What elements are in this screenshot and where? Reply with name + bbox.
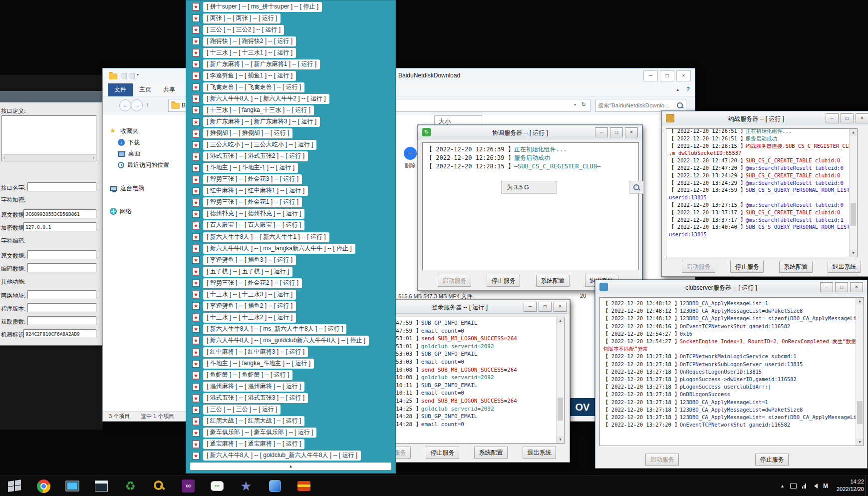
delete-icon[interactable]: ─ bbox=[404, 147, 417, 160]
recycle-icon[interactable] bbox=[116, 476, 145, 496]
server-list-item[interactable]: ★[ 豪车俱乐部 ] -- [ 豪车俱乐部 ] -- [ 运行 ] bbox=[192, 428, 316, 438]
stop-service-button[interactable]: 停止服务 bbox=[755, 454, 789, 466]
search-fragment[interactable] bbox=[629, 181, 644, 194]
quick-access-icon-2[interactable] bbox=[129, 73, 135, 78]
server-list-item[interactable]: ★[ 五子棋 ] -- [ 五子棋 ] -- [ 运行 ] bbox=[192, 267, 292, 276]
network-icon[interactable] bbox=[802, 484, 806, 489]
sidebar-item-desktop[interactable]: 桌面 bbox=[118, 148, 140, 158]
maximize-button[interactable]: □ bbox=[660, 70, 674, 81]
server-list-item[interactable]: ★[ 智勇三张 ] -- [ 炸金花2 ] -- [ 运行 ] bbox=[192, 278, 302, 288]
close-button[interactable]: × bbox=[850, 282, 863, 292]
search-box[interactable] bbox=[595, 99, 686, 112]
sidebar-item-favorites[interactable]: ★收藏夹 bbox=[110, 126, 138, 136]
server-list-item[interactable]: ★[ 红中麻将 ] -- [ 红中麻将3 ] -- [ 运行 ] bbox=[192, 348, 308, 357]
vs-icon[interactable] bbox=[174, 476, 203, 496]
scrollbar-thumb[interactable] bbox=[857, 401, 863, 424]
server-list-item[interactable]: ★[ 三公 ] -- [ 三公2 ] -- [ 运行 ] bbox=[192, 25, 284, 34]
server-list-item[interactable]: ★[ 十三水 ] -- [ 十三水1 ] -- [ 运行 ] bbox=[192, 48, 296, 57]
server-list-item[interactable]: ★[ 红黑大战 ] -- [ 红黑大战 ] -- [ 运行 ] bbox=[192, 417, 304, 426]
maximize-button[interactable]: □ bbox=[841, 113, 854, 123]
server-list-item[interactable]: ★[ 十三水 ] -- [ 十三水3 ] -- [ 运行 ] bbox=[192, 290, 296, 299]
server-list-item[interactable]: ★[ 新广东麻将 ] -- [ 新广东麻将3 ] -- [ 运行 ] bbox=[192, 117, 320, 127]
quick-access-dropdown-icon[interactable]: ▾ bbox=[137, 72, 139, 77]
start-service-button[interactable]: 启动服务 bbox=[682, 261, 715, 273]
scroll-left-icon[interactable]: ‹ bbox=[3, 155, 5, 161]
server-list-item[interactable]: ★[ 鱼虾蟹 ] -- [ 鱼虾蟹 ] -- [ 运行 ] bbox=[192, 371, 292, 380]
server-list-item[interactable]: ★[ 港式五张 ] -- [ 港式五张2 ] -- [ 运行 ] bbox=[192, 152, 308, 161]
plain-data2-input[interactable] bbox=[27, 250, 96, 259]
scroll-up-icon[interactable]: ▲ bbox=[856, 298, 864, 305]
minimize-button[interactable]: ─ bbox=[820, 282, 833, 292]
server-list-item[interactable]: ★[ 港式五张 ] -- [ 港式五张3 ] -- [ 运行 ] bbox=[192, 394, 308, 403]
server-list-item[interactable]: ★[ 新六人牛牛8人 ] -- [ 新六人牛牛2 ] -- [ 运行 ] bbox=[192, 94, 329, 103]
login-log-scrollbar[interactable]: ▲ ▼ bbox=[556, 317, 564, 443]
interface-def-box[interactable]: ‹ › bbox=[1, 115, 96, 161]
sidebar-item-network[interactable]: 网络 bbox=[110, 206, 132, 216]
server-list-item[interactable]: ★[ 新六人牛牛8人 ] -- [ goldclub_新六人牛牛8人 ] -- … bbox=[192, 451, 361, 461]
server-list-item[interactable]: ★[ 百人殿宝 ] -- [ 百人殿宝 ] -- [ 运行 ] bbox=[192, 221, 304, 230]
close-button[interactable]: × bbox=[625, 127, 638, 137]
help-icon[interactable]: ? bbox=[686, 86, 690, 93]
server-list-item[interactable]: ★[ 新六人牛牛8人 ] -- [ 新六人牛牛1 ] -- [ 运行 ] bbox=[192, 232, 329, 242]
server-list-item[interactable]: ★[ 智勇三张 ] -- [ 炸金花1 ] -- [ 运行 ] bbox=[192, 198, 302, 207]
server-list-item[interactable]: ★[ 三公大吃小 ] -- [ 三公大吃小 ] -- [ 运行 ] bbox=[192, 140, 316, 150]
maximize-button[interactable]: □ bbox=[835, 282, 848, 292]
server-list-item[interactable]: ★[ 新六人牛牛8人 ] -- [ ms_fangka新六人牛牛 ] -- [ … bbox=[192, 244, 355, 253]
back-button[interactable]: ← bbox=[119, 99, 131, 111]
tray-window-icon[interactable] bbox=[790, 484, 797, 489]
cube-icon[interactable] bbox=[261, 476, 289, 496]
input-language-indicator[interactable]: M bbox=[823, 483, 828, 490]
server-list-item[interactable]: ★[ 拼十super ] -- [ ms_拼十super ] -- [ 停止 ] bbox=[192, 2, 322, 11]
login-titlebar[interactable]: 登录服务器 -- [ 运行 ] ─ □ × bbox=[370, 300, 570, 314]
server-list-item[interactable]: ★[ 通宝麻将 ] -- [ 通宝麻将 ] -- [ 运行 ] bbox=[192, 440, 304, 449]
tab-home[interactable]: 主页 bbox=[133, 83, 158, 96]
encoded-data-input[interactable] bbox=[27, 263, 96, 272]
refresh-icon[interactable]: ↻ bbox=[581, 101, 586, 108]
system-config-button[interactable]: 系统配置 bbox=[536, 275, 570, 287]
scroll-up-icon[interactable]: ▲ bbox=[557, 317, 564, 324]
minimize-button[interactable]: ─ bbox=[595, 127, 608, 137]
sidebar-item-this-pc[interactable]: 这台电脑 bbox=[110, 183, 144, 193]
scroll-right-icon[interactable]: › bbox=[93, 155, 94, 161]
server-list-item[interactable]: ★[ 德州扑克 ] -- [ 德州扑克 ] -- [ 运行 ] bbox=[192, 209, 304, 219]
quick-access-icon-1[interactable] bbox=[121, 73, 127, 78]
server-list-item[interactable]: ★[ 新六人牛牛8人 ] -- [ ms_goldclub新六人牛牛8人 ] -… bbox=[192, 336, 369, 345]
minimize-button[interactable]: ─ bbox=[826, 113, 839, 123]
minimize-button[interactable]: ─ bbox=[643, 70, 658, 81]
server-list-item[interactable]: ★[ 红中麻将 ] -- [ 红中麻将1 ] -- [ 运行 ] bbox=[192, 186, 308, 196]
server-list-item[interactable]: ★[ 李逵劈鱼 ] -- [ 捕鱼2 ] -- [ 运行 ] bbox=[192, 301, 296, 311]
server-list-item[interactable]: ★[ 斗地主 ] -- [ fangka_斗地主 ] -- [ 运行 ] bbox=[192, 359, 314, 369]
server-list-item[interactable]: ★[ 新广东麻将 ] -- [ 新广东麻将1 ] -- [ 运行 ] bbox=[192, 59, 320, 69]
stop-service-button[interactable]: 停止服务 bbox=[730, 261, 764, 273]
close-button[interactable]: × bbox=[554, 302, 567, 312]
start-service-button[interactable]: 启动服务 bbox=[645, 454, 679, 466]
server-list-item[interactable]: ★[ 飞禽走兽 ] -- [ 飞禽走兽 ] -- [ 运行 ] bbox=[192, 82, 304, 92]
taskbar-clock[interactable]: 14:22 2022/12/20 bbox=[837, 478, 864, 493]
scroll-up-icon[interactable]: ▲ bbox=[850, 129, 857, 136]
club-log-scrollbar[interactable]: ▲ ▼ bbox=[856, 298, 864, 446]
close-button[interactable]: × bbox=[856, 113, 868, 123]
server-list-item[interactable]: ★[ 李逵劈鱼 ] -- [ 捕鱼1 ] -- [ 运行 ] bbox=[192, 71, 296, 80]
start-button[interactable] bbox=[0, 476, 29, 496]
scroll-down-icon[interactable]: ▼ bbox=[850, 250, 857, 257]
machine-id-input[interactable] bbox=[23, 329, 96, 338]
close-button[interactable]: × bbox=[676, 70, 691, 81]
sidebar-item-recent-places[interactable]: 最近访问的位置 bbox=[118, 160, 169, 170]
server-list-item[interactable]: ★[ 新六人牛牛8人 ] -- [ ms_新六人牛牛8人 ] -- [ 运行 ] bbox=[192, 324, 346, 334]
server-list-item[interactable]: ★[ 温州麻将 ] -- [ 温州麻将 ] -- [ 运行 ] bbox=[192, 382, 304, 392]
ribbon-collapse-icon[interactable]: ▴ bbox=[676, 87, 679, 92]
scrollbar-thumb[interactable] bbox=[851, 203, 856, 226]
scroll-down-icon[interactable]: ▼ bbox=[856, 439, 864, 446]
stop-service-button[interactable]: 停止服务 bbox=[426, 447, 459, 459]
up-button[interactable]: ↑ bbox=[146, 101, 149, 108]
stop-service-button[interactable]: 停止服务 bbox=[487, 275, 520, 287]
minimize-button[interactable]: ─ bbox=[524, 302, 537, 312]
key-icon[interactable] bbox=[145, 476, 174, 496]
scroll-up-icon[interactable]: ▲ bbox=[289, 464, 293, 469]
interface-name-input[interactable] bbox=[27, 182, 96, 191]
chrome-icon[interactable] bbox=[29, 476, 58, 496]
plain-data-input[interactable] bbox=[23, 209, 96, 218]
get-prime-input[interactable] bbox=[27, 316, 96, 325]
server-list-item[interactable]: ★[ 两张 ] -- [ 两张 ] -- [ 运行 ] bbox=[192, 13, 281, 23]
server-list-item[interactable]: ★[ 斗地主 ] -- [ 斗地主-1 ] -- [ 运行 ] bbox=[192, 163, 298, 173]
